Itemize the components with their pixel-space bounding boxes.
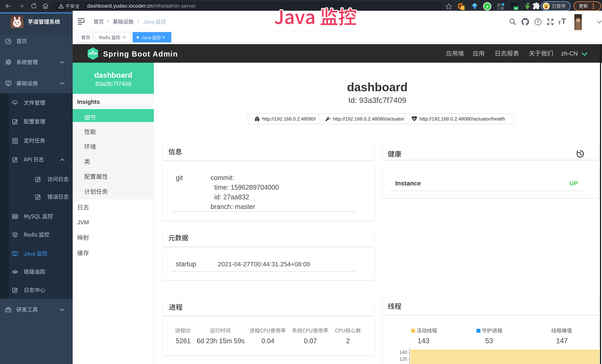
svg-text:on: on [515,7,517,10]
svg-text:1: 1 [462,6,463,10]
svg-text:y: y [486,4,488,8]
svg-text:?: ? [537,20,539,24]
